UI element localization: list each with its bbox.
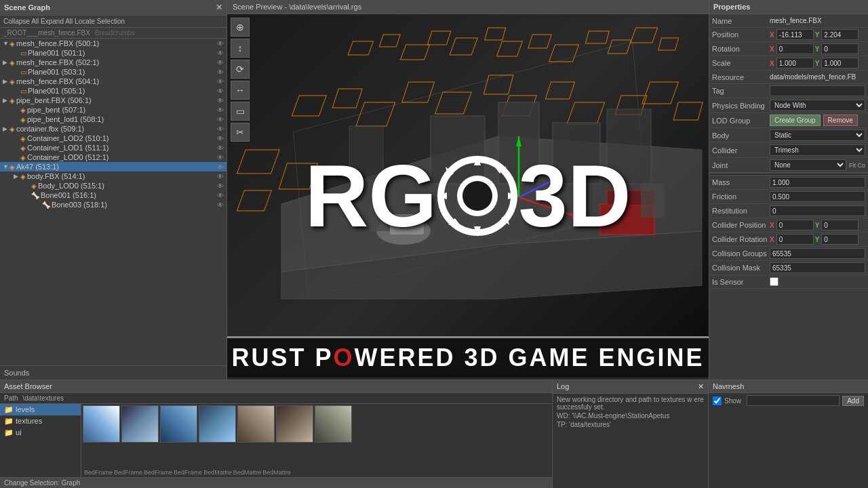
- eye-icon[interactable]: 👁: [217, 116, 224, 123]
- tree-item[interactable]: ▭ Plane001 (505:1) 👁: [0, 86, 226, 96]
- tree-item[interactable]: ▶ ◈ pipe_bent.FBX (506:1) 👁: [0, 96, 226, 105]
- navmesh-show-checkbox[interactable]: [713, 396, 722, 405]
- tree-item[interactable]: ▶ ◈ container.fbx (509:1) 👁: [0, 124, 226, 134]
- tree-item-label: Bone001 (516:1): [41, 191, 96, 199]
- joint-select[interactable]: None: [770, 159, 846, 171]
- tree-item[interactable]: ◈ Container_LOD0 (512:1) 👁: [0, 152, 226, 162]
- tree-item[interactable]: ▭ Plane001 (501:1) 👁: [0, 48, 226, 58]
- collider-position-y-input[interactable]: [821, 220, 859, 230]
- collision-mask-input[interactable]: [770, 262, 865, 273]
- asset-thumb-1[interactable]: [83, 405, 120, 443]
- asset-thumbnails[interactable]: [81, 404, 552, 468]
- tree-item[interactable]: ◈ pipe_bent (507:1) 👁: [0, 105, 226, 115]
- tree-item[interactable]: 🦴 Bone003 (518:1) 👁: [0, 200, 226, 209]
- move-tool-btn[interactable]: ↕: [231, 39, 250, 58]
- eye-icon[interactable]: 👁: [217, 154, 224, 161]
- asset-thumb-2[interactable]: [121, 405, 159, 443]
- eye-icon[interactable]: 👁: [217, 182, 224, 190]
- eye-icon[interactable]: 👁: [217, 49, 224, 57]
- scene-tree[interactable]: ▼ ◈ mesh_fence.FBX (500:1) 👁 ▭ Plane001 …: [0, 39, 226, 365]
- scale-tool-btn[interactable]: ↔: [231, 81, 250, 100]
- tree-item-ak47[interactable]: ▼ ◈ Ak47 (513:1) 👁: [0, 162, 226, 171]
- position-y-input[interactable]: [821, 29, 859, 40]
- folder-item-textures[interactable]: 📁 textures: [0, 415, 81, 427]
- rect-select-btn[interactable]: ▭: [231, 102, 250, 121]
- eye-icon[interactable]: 👁: [217, 87, 224, 95]
- name-label: Name: [712, 17, 770, 25]
- x-label: X: [770, 60, 774, 67]
- is-sensor-checkbox[interactable]: [770, 277, 778, 286]
- folder-item-levels[interactable]: 📁 levels: [0, 404, 81, 415]
- remove-button[interactable]: Remove: [823, 115, 858, 126]
- navmesh-add-btn[interactable]: Add: [842, 396, 864, 406]
- breadcrumb: _ROOT___mesh_fence.FBX Breadcrumbs: [0, 28, 226, 39]
- eye-icon[interactable]: 👁: [217, 173, 224, 180]
- tree-item[interactable]: ▶ ◈ mesh_fence.FBX (502:1) 👁: [0, 58, 226, 67]
- eye-icon[interactable]: 👁: [217, 201, 224, 209]
- collision-groups-input[interactable]: [770, 248, 865, 259]
- eye-icon[interactable]: 👁: [217, 97, 224, 104]
- rotate-tool-btn[interactable]: ⟳: [231, 60, 250, 79]
- eye-icon[interactable]: 👁: [217, 59, 224, 66]
- tree-item[interactable]: ◈ Container_LOD1 (511:1) 👁: [0, 143, 226, 152]
- mass-input[interactable]: [770, 177, 865, 188]
- mesh-icon: ◈: [20, 154, 26, 161]
- asset-thumb-3[interactable]: [160, 405, 197, 443]
- restitution-input[interactable]: [770, 205, 865, 216]
- asset-thumb-4[interactable]: [199, 405, 236, 443]
- body-select[interactable]: Static: [770, 129, 865, 141]
- tree-item-label: pipe_bent.FBX (506:1): [16, 96, 92, 104]
- position-x-input[interactable]: [776, 29, 814, 40]
- tree-item[interactable]: ▭ Plane001 (503:1) 👁: [0, 67, 226, 77]
- scale-x-input[interactable]: [776, 58, 814, 68]
- tree-item[interactable]: ▶ ◈ mesh_fence.FBX (504:1) 👁: [0, 77, 226, 86]
- tree-item-label: pipe_bent_lod1 (508:1): [27, 115, 104, 123]
- resource-value-container: data/models/mesh_fence.FB: [770, 73, 865, 81]
- eye-icon[interactable]: 👁: [217, 68, 224, 76]
- mesh-icon: ◈: [9, 40, 15, 47]
- asset-browser-panel: Asset Browser Path \data\textures 📁 leve…: [0, 380, 553, 488]
- tag-input[interactable]: [770, 85, 865, 96]
- collider-rotation-x-input[interactable]: [776, 234, 814, 245]
- collision-mask-value-container: [770, 262, 865, 273]
- eye-icon[interactable]: 👁: [217, 192, 224, 199]
- collider-position-x-input[interactable]: [776, 220, 814, 230]
- tree-item[interactable]: ◈ Body_LOD0 (515:1) 👁: [0, 181, 226, 190]
- mesh-icon: ◈: [20, 116, 26, 123]
- eye-icon[interactable]: 👁: [217, 135, 224, 142]
- collider-rotation-y-input[interactable]: [821, 234, 859, 245]
- rotation-value-container: X Y: [770, 43, 865, 54]
- select-tool-btn[interactable]: ⊕: [231, 18, 250, 37]
- scene-graph-close[interactable]: ✕: [216, 3, 222, 12]
- asset-thumb-6[interactable]: [276, 405, 313, 443]
- tree-item[interactable]: 🦴 Bone001 (516:1) 👁: [0, 190, 226, 200]
- create-group-button[interactable]: Create Group: [770, 115, 821, 126]
- scene-preview-content[interactable]: ⊕ ↕ ⟳ ↔ ▭ ✂: [227, 14, 709, 378]
- friction-input[interactable]: [770, 191, 865, 202]
- eye-icon[interactable]: 👁: [217, 125, 224, 133]
- physics-binding-select[interactable]: Node With: [770, 100, 865, 111]
- scale-y-input[interactable]: [821, 58, 859, 68]
- tree-item[interactable]: ◈ Container_LOD2 (510:1) 👁: [0, 134, 226, 143]
- scene-graph-toolbar[interactable]: Collapse All Expand All Locate Selection: [0, 16, 226, 28]
- eye-icon[interactable]: 👁: [217, 163, 224, 171]
- collider-select[interactable]: Trimesh: [770, 144, 865, 156]
- cut-btn[interactable]: ✂: [231, 123, 250, 142]
- rotation-y-input[interactable]: [821, 43, 859, 54]
- eye-icon[interactable]: 👁: [217, 40, 224, 47]
- tree-item[interactable]: ▼ ◈ mesh_fence.FBX (500:1) 👁: [0, 39, 226, 48]
- rotation-x-input[interactable]: [776, 43, 814, 54]
- collision-groups-value-container: [770, 248, 865, 259]
- eye-icon[interactable]: 👁: [217, 78, 224, 85]
- navmesh-name-input[interactable]: [747, 395, 840, 406]
- asset-thumb-5[interactable]: [237, 405, 275, 443]
- tree-item[interactable]: ◈ pipe_bent_lod1 (508:1) 👁: [0, 115, 226, 124]
- root-label[interactable]: _ROOT___mesh_fence.FBX: [3, 29, 90, 37]
- eye-icon[interactable]: 👁: [217, 106, 224, 114]
- folder-item-ui[interactable]: 📁 ui: [0, 427, 81, 439]
- tree-item[interactable]: ▶ ◈ body.FBX (514:1) 👁: [0, 171, 226, 181]
- main-container: Scene Graph ✕ Collapse All Expand All Lo…: [0, 0, 868, 488]
- asset-thumb-7[interactable]: [315, 405, 352, 443]
- eye-icon[interactable]: 👁: [217, 144, 224, 152]
- log-close-btn[interactable]: ✕: [698, 382, 704, 391]
